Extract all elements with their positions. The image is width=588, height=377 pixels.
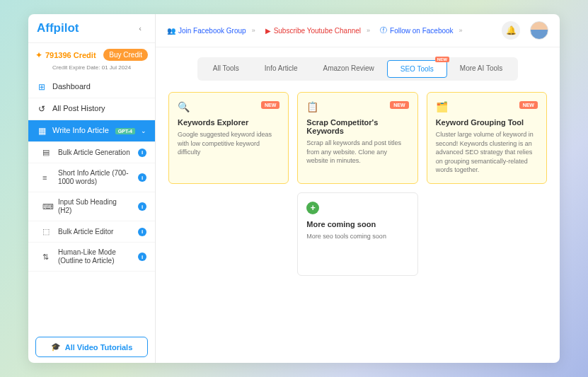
- nav: ⊞ Dashboard ↺ All Post History ▦ Write I…: [28, 76, 155, 332]
- tab-seo-tools[interactable]: SEO Tools NEW: [387, 60, 447, 78]
- new-badge: NEW: [519, 101, 538, 109]
- sub-label: Input Sub Heading (H2): [58, 198, 132, 215]
- sub-bulk-article[interactable]: ▤ Bulk Article Generation i: [28, 142, 155, 163]
- chevron-right-icon: »: [367, 27, 370, 34]
- link-label: Follow on Facebook: [390, 27, 454, 35]
- tool-tabs: All Tools Info Article Amazon Review SEO…: [197, 57, 519, 81]
- sub-human-mode[interactable]: ⇅ Human-Like Mode (Outline to Article) i: [28, 243, 155, 272]
- buy-credit-button[interactable]: Buy Credit: [103, 49, 148, 61]
- credit-row: ✦ 791396 Credit Buy Credit: [35, 49, 148, 61]
- nav-label: Write Info Article: [52, 126, 110, 135]
- sub-short-article[interactable]: ≡ Short Info Article (700-1000 words) i: [28, 163, 155, 192]
- tutorials-label: All Video Tutorials: [65, 343, 133, 352]
- card-title: Keywords Explorer: [178, 118, 279, 127]
- bell-icon: 🔔: [506, 25, 517, 35]
- chevron-down-icon: ⌄: [141, 127, 146, 134]
- card-desc: Cluster large volume of keyword in secon…: [436, 130, 538, 175]
- youtube-link[interactable]: ▶ Subscribe Youtube Channel: [265, 27, 361, 35]
- sub-bulk-editor[interactable]: ⬚ Bulk Article Editor i: [28, 221, 155, 243]
- chevron-right-icon: »: [252, 27, 255, 34]
- nav-history[interactable]: ↺ All Post History: [28, 98, 155, 120]
- brand-logo: Affpilot: [37, 21, 79, 35]
- info-icon[interactable]: i: [138, 149, 146, 157]
- card-desc: Scrap all keywords and post titles from …: [306, 139, 408, 166]
- facebook-icon: ⓕ: [380, 25, 387, 35]
- credit-amount: 791396 Credit: [45, 51, 100, 59]
- card-desc: More seo tools coming soon: [306, 232, 408, 241]
- sub-label: Bulk Article Editor: [58, 228, 132, 236]
- card-title: Keyword Grouping Tool: [436, 118, 538, 127]
- nav-dashboard[interactable]: ⊞ Dashboard: [28, 76, 155, 98]
- new-badge: NEW: [390, 101, 408, 109]
- avatar[interactable]: [530, 21, 548, 40]
- tab-label: SEO Tools: [400, 65, 434, 73]
- tab-amazon-review[interactable]: Amazon Review: [311, 60, 387, 78]
- graduation-icon: 🎓: [51, 342, 61, 352]
- lines-icon: ≡: [42, 173, 52, 182]
- credit-box: ✦ 791396 Credit Buy Credit Credit Expire…: [28, 43, 155, 76]
- brand-row: Affpilot ‹: [28, 14, 155, 43]
- join-fb-group-link[interactable]: 👥 Join Facebook Group: [167, 27, 246, 35]
- topbar: 👥 Join Facebook Group » ▶ Subscribe Yout…: [156, 14, 560, 47]
- sub-label: Bulk Article Generation: [58, 149, 132, 157]
- nav-label: Dashboard: [52, 82, 146, 91]
- tab-more-ai[interactable]: More AI Tools: [447, 60, 515, 78]
- sidebar: Affpilot ‹ ✦ 791396 Credit Buy Credit Cr…: [28, 14, 156, 363]
- app-window: Affpilot ‹ ✦ 791396 Credit Buy Credit Cr…: [28, 14, 560, 363]
- document-icon: ▤: [42, 148, 52, 157]
- info-icon[interactable]: i: [138, 173, 146, 182]
- tab-all-tools[interactable]: All Tools: [200, 60, 252, 78]
- tab-info-article[interactable]: Info Article: [252, 60, 311, 78]
- nav-label: All Post History: [52, 104, 146, 113]
- nav-write-article[interactable]: ▦ Write Info Article GPT-4 ⌄: [28, 120, 155, 142]
- sub-input-heading[interactable]: ⌨ Input Sub Heading (H2) i: [28, 192, 155, 221]
- card-title: Scrap Competitor's Keywords: [306, 118, 408, 135]
- group-icon: 👥: [167, 27, 175, 35]
- history-icon: ↺: [37, 104, 47, 114]
- info-icon[interactable]: i: [138, 253, 146, 261]
- link-label: Join Facebook Group: [178, 27, 246, 35]
- info-icon[interactable]: i: [138, 228, 146, 236]
- scrap-icon: 📋: [306, 101, 321, 112]
- info-icon[interactable]: i: [138, 202, 146, 211]
- new-badge: NEW: [261, 101, 279, 109]
- card-scrap-competitor[interactable]: 📋 NEW Scrap Competitor's Keywords Scrap …: [297, 92, 417, 184]
- editor-icon: ⬚: [42, 227, 52, 236]
- gpt-badge: GPT-4: [115, 128, 135, 134]
- search-icon: 🔍: [178, 101, 192, 112]
- credit-expire: Credit Expire Date: 01 Jul 2024: [35, 64, 148, 71]
- notifications-button[interactable]: 🔔: [502, 21, 520, 40]
- document-icon: ▦: [37, 126, 47, 136]
- content: All Tools Info Article Amazon Review SEO…: [156, 47, 560, 363]
- heading-icon: ⌨: [42, 202, 52, 211]
- tutorials-button[interactable]: 🎓 All Video Tutorials: [35, 337, 148, 357]
- card-coming-soon: + More coming soon More seo tools coming…: [297, 192, 417, 276]
- plus-icon: +: [306, 202, 319, 214]
- sub-label: Human-Like Mode (Outline to Article): [58, 248, 132, 265]
- facebook-link[interactable]: ⓕ Follow on Facebook: [380, 25, 454, 35]
- card-keyword-grouping[interactable]: 🗂️ NEW Keyword Grouping Tool Cluster lar…: [427, 92, 547, 184]
- dashboard-icon: ⊞: [37, 82, 47, 92]
- main: 👥 Join Facebook Group » ▶ Subscribe Yout…: [156, 14, 560, 363]
- chevron-right-icon: »: [459, 27, 463, 34]
- cards-grid: 🔍 NEW Keywords Explorer Google suggested…: [168, 92, 547, 276]
- group-icon: 🗂️: [436, 101, 450, 112]
- sub-label: Short Info Article (700-1000 words): [58, 169, 132, 186]
- card-keywords-explorer[interactable]: 🔍 NEW Keywords Explorer Google suggested…: [168, 92, 289, 184]
- outline-icon: ⇅: [42, 253, 52, 262]
- sidebar-collapse-button[interactable]: ‹: [134, 22, 146, 35]
- link-label: Subscribe Youtube Channel: [274, 27, 361, 35]
- youtube-icon: ▶: [265, 27, 271, 35]
- card-title: More coming soon: [306, 220, 408, 228]
- credit-icon: ✦: [35, 50, 42, 60]
- card-desc: Google suggested keyword ideas with low …: [178, 130, 279, 157]
